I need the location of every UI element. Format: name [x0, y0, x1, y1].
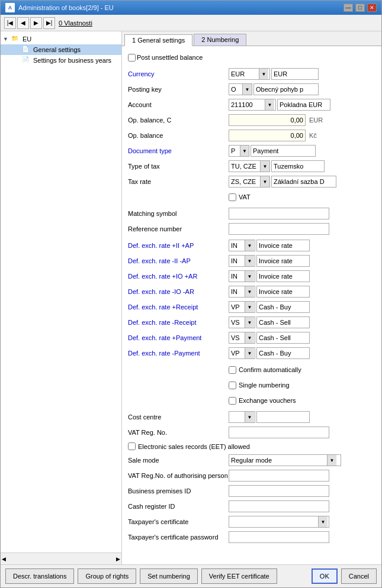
- cancel-button[interactable]: Cancel: [341, 568, 377, 584]
- cost-centre-combo-input[interactable]: [229, 412, 245, 422]
- tax-rate-combo-input[interactable]: [229, 176, 260, 187]
- account-text[interactable]: [277, 99, 330, 111]
- sale-mode-combo-input[interactable]: [229, 455, 327, 466]
- tax-rate-text[interactable]: [271, 176, 336, 188]
- taxpayer-cert-pwd-input[interactable]: [229, 531, 329, 543]
- exchange-vouchers-checkbox[interactable]: [229, 397, 236, 405]
- type-of-tax-text[interactable]: [271, 160, 325, 172]
- op-balance-input[interactable]: [229, 130, 306, 141]
- cost-centre-dropdown-btn[interactable]: ▼: [245, 412, 254, 422]
- scroll-right-arrow[interactable]: ▶: [116, 556, 120, 562]
- scroll-left-arrow[interactable]: ◀: [2, 556, 6, 562]
- vat-reg-auth-input[interactable]: [229, 470, 329, 482]
- def-exch-rate-neg-ii-ap-text[interactable]: [256, 255, 310, 267]
- currency-dropdown-btn[interactable]: ▼: [259, 69, 268, 79]
- def-exch-rate-payment-pos-text[interactable]: [256, 332, 310, 344]
- taxpayer-cert-combo[interactable]: ▼: [229, 516, 329, 528]
- op-balance-c-input[interactable]: [229, 114, 306, 126]
- currency-combo[interactable]: ▼: [229, 68, 270, 80]
- def-exch-rate-receipt-neg-combo-input[interactable]: [229, 317, 245, 328]
- def-exch-rate-neg-io-ar-combo-input[interactable]: [229, 286, 245, 297]
- def-exch-rate-payment-neg-combo[interactable]: ▼: [229, 347, 255, 359]
- posting-key-dropdown-btn[interactable]: ▼: [242, 84, 252, 95]
- def-exch-rate-neg-io-ar-combo[interactable]: ▼: [229, 286, 255, 298]
- tab-general-settings[interactable]: 1 General settings: [124, 34, 192, 46]
- def-exch-rate-payment-pos-combo-input[interactable]: [229, 332, 245, 343]
- def-exch-rate-io-ar-text[interactable]: [256, 270, 310, 282]
- tree-item-settings[interactable]: 📄 Settings for business years: [1, 55, 121, 66]
- taxpayer-cert-combo-input[interactable]: [229, 516, 318, 527]
- def-exch-rate-ii-ap-combo-input[interactable]: [229, 240, 245, 251]
- type-of-tax-dropdown-btn[interactable]: ▼: [260, 161, 269, 172]
- vat-checkbox[interactable]: [229, 193, 236, 201]
- def-exch-rate-ii-ap-combo[interactable]: ▼: [229, 240, 255, 251]
- account-combo[interactable]: ▼: [229, 99, 276, 111]
- document-type-combo[interactable]: ▼: [229, 145, 249, 157]
- ok-button[interactable]: OK: [312, 568, 338, 584]
- account-combo-input[interactable]: [229, 99, 265, 110]
- verify-eet-button[interactable]: Verify EET certificate: [201, 568, 277, 584]
- single-numbering-checkbox[interactable]: [229, 382, 236, 389]
- post-unsettled-checkbox[interactable]: [128, 54, 136, 62]
- def-exch-rate-payment-pos-dropdown-btn[interactable]: ▼: [245, 332, 254, 343]
- def-exch-rate-neg-ii-ap-combo-input[interactable]: [229, 256, 245, 266]
- nav-next-button[interactable]: ▶: [30, 17, 42, 29]
- def-exch-rate-neg-io-ar-text[interactable]: [256, 286, 310, 298]
- vat-reg-no-input[interactable]: [229, 427, 329, 438]
- def-exch-rate-receipt-pos-combo-input[interactable]: [229, 302, 245, 312]
- descr-translations-button[interactable]: Descr. translations: [5, 568, 74, 584]
- def-exch-rate-receipt-neg-text[interactable]: [256, 316, 310, 328]
- def-exch-rate-receipt-pos-dropdown-btn[interactable]: ▼: [245, 302, 254, 312]
- eet-allowed-checkbox[interactable]: [128, 442, 136, 450]
- sale-mode-dropdown-btn[interactable]: ▼: [327, 455, 336, 466]
- tax-rate-combo[interactable]: ▼: [229, 176, 270, 188]
- business-premises-input[interactable]: [229, 485, 329, 497]
- cost-centre-combo[interactable]: ▼: [229, 411, 255, 423]
- currency-combo-input[interactable]: [229, 69, 259, 79]
- posting-key-text[interactable]: [253, 83, 319, 95]
- currency-text[interactable]: [271, 68, 319, 80]
- group-of-rights-button[interactable]: Group of rights: [78, 568, 136, 584]
- def-exch-rate-neg-ii-ap-combo[interactable]: ▼: [229, 255, 255, 267]
- def-exch-rate-ii-ap-dropdown-btn[interactable]: ▼: [245, 240, 254, 251]
- confirm-auto-checkbox[interactable]: [229, 366, 236, 374]
- sale-mode-combo[interactable]: ▼: [229, 454, 341, 466]
- def-exch-rate-payment-neg-combo-input[interactable]: [229, 348, 245, 358]
- nav-prev-button[interactable]: ◀: [17, 17, 29, 29]
- document-type-combo-input[interactable]: [229, 146, 240, 156]
- account-dropdown-btn[interactable]: ▼: [265, 99, 274, 110]
- def-exch-rate-receipt-pos-text[interactable]: [256, 301, 310, 313]
- cost-centre-text[interactable]: [256, 411, 310, 423]
- def-exch-rate-receipt-neg-combo[interactable]: ▼: [229, 316, 255, 328]
- tree-item-eu[interactable]: ▼ 📁 EU: [1, 34, 121, 44]
- def-exch-rate-payment-neg-text[interactable]: [256, 347, 310, 359]
- def-exch-rate-io-ar-combo[interactable]: ▼: [229, 270, 255, 282]
- document-type-dropdown-btn[interactable]: ▼: [240, 146, 249, 156]
- tree-item-general[interactable]: 📄 General settings: [1, 44, 121, 55]
- close-button[interactable]: ✕: [367, 4, 377, 12]
- posting-key-combo-input[interactable]: [229, 84, 242, 95]
- def-exch-rate-payment-pos-combo[interactable]: ▼: [229, 332, 255, 344]
- maximize-button[interactable]: □: [355, 4, 365, 12]
- cash-register-input[interactable]: [229, 500, 329, 512]
- type-of-tax-combo-input[interactable]: [229, 161, 260, 172]
- tab-numbering[interactable]: 2 Numbering: [194, 34, 246, 46]
- def-exch-rate-neg-io-ar-dropdown-btn[interactable]: ▼: [245, 286, 254, 297]
- nav-first-button[interactable]: |◀: [4, 17, 16, 29]
- nav-label[interactable]: 0 Vlastnosti: [59, 20, 92, 27]
- def-exch-rate-receipt-pos-combo[interactable]: ▼: [229, 301, 255, 313]
- tax-rate-dropdown-btn[interactable]: ▼: [260, 176, 269, 187]
- def-exch-rate-ii-ap-text[interactable]: [256, 240, 310, 251]
- nav-last-button[interactable]: ▶|: [43, 17, 55, 29]
- type-of-tax-combo[interactable]: ▼: [229, 160, 270, 172]
- def-exch-rate-io-ar-dropdown-btn[interactable]: ▼: [245, 271, 254, 282]
- matching-symbol-input[interactable]: [229, 208, 329, 219]
- document-type-text[interactable]: [251, 145, 316, 157]
- def-exch-rate-neg-ii-ap-dropdown-btn[interactable]: ▼: [245, 256, 254, 266]
- minimize-button[interactable]: —: [344, 4, 353, 12]
- taxpayer-cert-dropdown-btn[interactable]: ▼: [318, 516, 328, 527]
- def-exch-rate-receipt-neg-dropdown-btn[interactable]: ▼: [245, 317, 254, 328]
- def-exch-rate-payment-neg-dropdown-btn[interactable]: ▼: [245, 348, 254, 358]
- def-exch-rate-io-ar-combo-input[interactable]: [229, 271, 245, 282]
- reference-number-input[interactable]: [229, 223, 329, 235]
